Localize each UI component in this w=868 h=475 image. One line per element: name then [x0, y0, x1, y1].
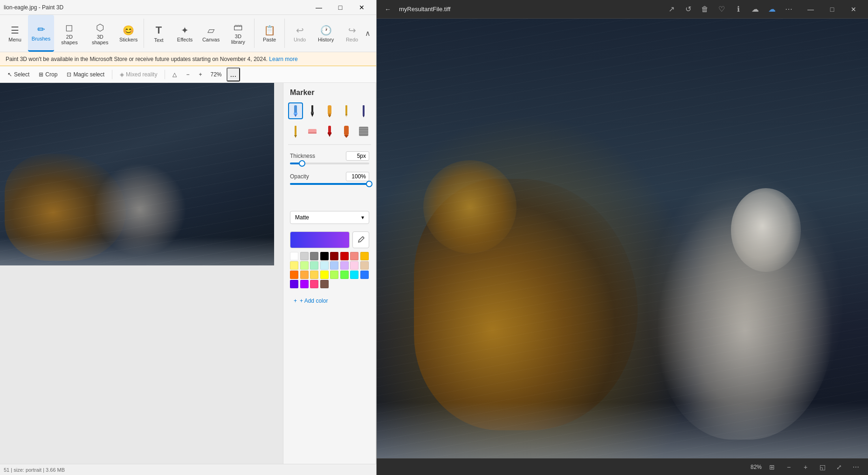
menu-label: Menu	[8, 37, 21, 42]
color-cell[interactable]	[300, 261, 309, 270]
thickness-slider[interactable]	[290, 163, 369, 164]
ribbon-history[interactable]: 🕐 History	[313, 15, 339, 52]
crop-button[interactable]: ⊞ Crop	[35, 69, 61, 80]
ribbon-canvas[interactable]: ▱ Canvas	[198, 15, 224, 52]
viewer-share-icon[interactable]: ↗	[664, 2, 679, 17]
color-cell[interactable]	[300, 271, 309, 279]
ribbon-3d-library[interactable]: 🗃 3D library	[224, 15, 253, 52]
opacity-value[interactable]: 100%	[346, 172, 369, 181]
color-cell[interactable]	[340, 261, 349, 270]
color-cell[interactable]	[350, 261, 358, 270]
viewer-zoom-in-button[interactable]: +	[799, 461, 812, 474]
color-cell[interactable]	[310, 280, 318, 288]
magic-select-button[interactable]: ⊡ Magic select	[63, 69, 108, 80]
ribbon-stickers[interactable]: 😊 Stickers	[116, 15, 142, 52]
thickness-value[interactable]: 5px	[346, 151, 369, 161]
color-cell[interactable]	[350, 271, 358, 279]
color-cell[interactable]	[290, 271, 298, 279]
viewer-more-bottom-button[interactable]: ⋯	[849, 461, 862, 474]
color-cell[interactable]	[310, 261, 318, 270]
minimize-button[interactable]: —	[308, 0, 330, 15]
brush-fill-orange[interactable]	[339, 123, 354, 140]
color-cell[interactable]	[320, 252, 329, 260]
color-cell[interactable]	[350, 252, 358, 260]
color-cell[interactable]	[340, 252, 349, 260]
ribbon-menu[interactable]: ☰ Menu	[2, 15, 28, 52]
add-color-button[interactable]: + + Add color	[290, 295, 369, 307]
color-cell[interactable]	[320, 261, 329, 270]
brush-eraser[interactable]	[305, 123, 320, 140]
color-cell[interactable]	[340, 271, 349, 279]
color-cell[interactable]	[360, 261, 369, 270]
ribbon-effects[interactable]: ✦ Effects	[172, 15, 198, 52]
ribbon-redo[interactable]: ↪ Redo	[339, 15, 365, 52]
color-cell[interactable]	[300, 252, 309, 260]
ribbon-undo[interactable]: ↩ Undo	[287, 15, 313, 52]
color-cell[interactable]	[320, 271, 329, 279]
color-cell[interactable]	[330, 252, 338, 260]
color-cell[interactable]	[290, 280, 298, 288]
color-cell[interactable]	[290, 252, 298, 260]
color-cell[interactable]	[330, 261, 338, 270]
notification-link[interactable]: Learn more	[269, 56, 297, 62]
eyedropper-button[interactable]	[352, 231, 369, 248]
finish-dropdown[interactable]: Matte ▾	[290, 211, 369, 224]
select-button[interactable]: ↖ Select	[4, 69, 33, 80]
color-cell[interactable]	[320, 280, 329, 288]
opacity-thumb[interactable]	[366, 181, 372, 187]
viewer-maximize-button[interactable]: □	[821, 2, 843, 17]
viewer-heart-icon[interactable]: ♡	[714, 2, 729, 17]
viewer-fullscreen-button[interactable]: ⤢	[833, 461, 846, 474]
maximize-button[interactable]: □	[330, 0, 351, 15]
brush-texture[interactable]	[356, 123, 371, 140]
viewer-more-icon[interactable]: ⋯	[781, 2, 796, 17]
brush-pen-a[interactable]	[305, 102, 320, 119]
viewer-minimize-button[interactable]: —	[800, 2, 821, 17]
viewer-bottom-bar: 82% ⊞ − + ◱ ⤢ ⋯	[377, 458, 868, 475]
color-cell[interactable]	[300, 280, 309, 288]
color-cell[interactable]	[360, 252, 369, 260]
shape-tools-button[interactable]: △	[169, 69, 180, 80]
viewer-fit-button[interactable]: ◱	[816, 461, 829, 474]
viewer-delete-icon[interactable]: 🗑	[697, 2, 712, 17]
color-cell[interactable]	[310, 271, 318, 279]
viewer-info-icon[interactable]: ℹ	[731, 2, 746, 17]
brush-fill-red[interactable]	[322, 123, 337, 140]
color-cell[interactable]	[360, 271, 369, 279]
mixed-reality-button[interactable]: ◈ Mixed reality	[116, 69, 161, 80]
viewer-back-button[interactable]: ←	[380, 2, 395, 17]
brush-pencil-a[interactable]	[339, 102, 354, 119]
viewer-zoom-out-button[interactable]: −	[782, 461, 795, 474]
brush-marker-b[interactable]	[322, 102, 337, 119]
brush-fineliner[interactable]	[356, 102, 371, 119]
ribbon-brushes[interactable]: ✏ Brushes	[28, 15, 54, 52]
svg-marker-11	[345, 115, 347, 117]
ribbon-collapse-btn[interactable]: ∧	[365, 15, 374, 52]
mixed-reality-icon: ◈	[120, 71, 124, 78]
color-cell[interactable]	[310, 252, 318, 260]
close-button[interactable]: ✕	[351, 0, 372, 15]
ribbon-paste[interactable]: 📋 Paste	[256, 15, 282, 52]
brush-marker-a[interactable]	[288, 102, 303, 119]
viewer-slideshow-button[interactable]: ⊞	[765, 461, 778, 474]
viewer-cloud-icon[interactable]: ☁	[748, 2, 763, 17]
ribbon-3d-shapes[interactable]: ⬡ 3D shapes	[85, 15, 116, 52]
viewer-close-button[interactable]: ✕	[843, 2, 864, 17]
plus-button[interactable]: +	[195, 69, 206, 80]
opacity-slider[interactable]	[290, 183, 369, 185]
viewer-rotate-icon[interactable]: ↺	[681, 2, 696, 17]
brush-pencil-b[interactable]	[288, 123, 303, 140]
color-cell[interactable]	[330, 271, 338, 279]
minus-button[interactable]: −	[182, 69, 193, 80]
viewer-sync-icon[interactable]: ☁	[765, 2, 779, 17]
canvas-image	[0, 83, 274, 265]
svg-marker-2	[294, 115, 297, 117]
canvas-area[interactable]	[0, 83, 283, 464]
color-cell[interactable]	[290, 261, 298, 270]
color-swatch-current[interactable]	[290, 231, 350, 248]
ribbon-text[interactable]: T Text	[146, 15, 172, 52]
more-button[interactable]: ...	[227, 68, 240, 81]
stickers-icon: 😊	[123, 25, 134, 36]
ribbon-2d-shapes[interactable]: ◻ 2D shapes	[54, 15, 85, 52]
thickness-thumb[interactable]	[299, 160, 305, 167]
